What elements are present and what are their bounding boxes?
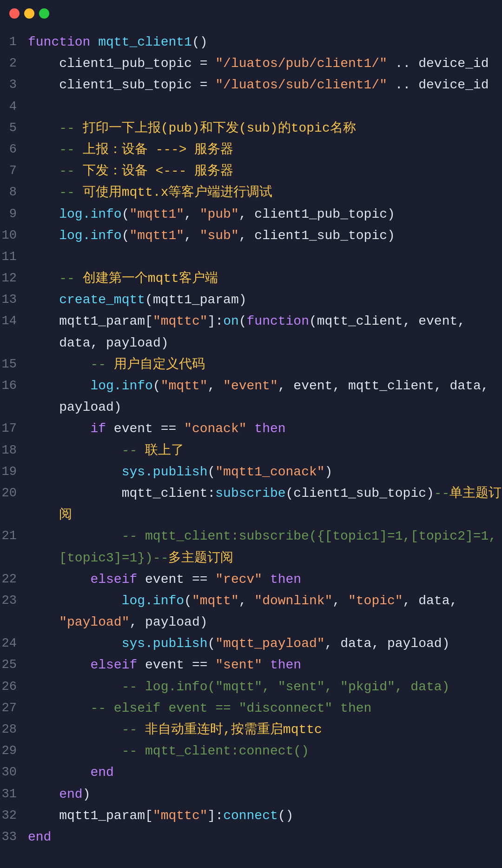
code-container: 1 function mqtt_client1() 2 client1_pub_… <box>0 27 502 867</box>
code-line-17: 17 if event == "conack" then <box>0 418 502 440</box>
code-line-26: 26 -- log.info("mqtt", "sent", "pkgid", … <box>0 676 502 698</box>
code-line-29: 29 -- mqtt_client:connect() <box>0 741 502 762</box>
code-line-15: 15 -- 用户自定义代码 <box>0 354 502 375</box>
code-line-10: 10 log.info("mqtt1", "sub", client1_sub_… <box>0 225 502 247</box>
code-line-8: 8 -- 可使用mqtt.x等客户端进行调试 <box>0 182 502 203</box>
code-line-19: 19 sys.publish("mqtt1_conack") <box>0 461 502 483</box>
code-line-28: 28 -- 非自动重连时,按需重启mqttc <box>0 719 502 741</box>
maximize-btn[interactable] <box>39 8 49 19</box>
code-line-7: 7 -- 下发：设备 <--- 服务器 <box>0 160 502 182</box>
code-line-16: 16 log.info("mqtt", "event", event, mqtt… <box>0 375 502 418</box>
code-line-33: 33 end <box>0 827 502 848</box>
code-line-27: 27 -- elseif event == "disconnect" then <box>0 698 502 719</box>
code-line-12: 12 -- 创建第一个mqtt客户端 <box>0 268 502 289</box>
code-line-32: 32 mqtt1_param["mqttc"]:connect() <box>0 805 502 827</box>
code-line-20: 20 mqtt_client:subscribe(client1_sub_top… <box>0 483 502 526</box>
code-line-18: 18 -- 联上了 <box>0 440 502 461</box>
code-line-11: 11 <box>0 247 502 268</box>
code-line-14: 14 mqtt1_param["mqttc"]:on(function(mqtt… <box>0 311 502 354</box>
code-line-6: 6 -- 上报：设备 ---> 服务器 <box>0 139 502 160</box>
code-line-25: 25 elseif event == "sent" then <box>0 654 502 676</box>
code-line-9: 9 log.info("mqtt1", "pub", client1_pub_t… <box>0 204 502 225</box>
code-line-13: 13 create_mqtt(mqtt1_param) <box>0 289 502 311</box>
code-line-2: 2 client1_pub_topic = "/luatos/pub/clien… <box>0 53 502 74</box>
code-line-24: 24 sys.publish("mqtt_payload", data, pay… <box>0 633 502 654</box>
code-line-4: 4 <box>0 96 502 118</box>
code-line-30: 30 end <box>0 762 502 783</box>
title-bar <box>0 0 502 27</box>
code-line-22: 22 elseif event == "recv" then <box>0 569 502 590</box>
code-line-3: 3 client1_sub_topic = "/luatos/sub/clien… <box>0 74 502 96</box>
minimize-btn[interactable] <box>24 8 34 19</box>
code-line-31: 31 end) <box>0 784 502 805</box>
code-line-21: 21 -- mqtt_client:subscribe({[topic1]=1,… <box>0 526 502 568</box>
close-btn[interactable] <box>9 8 20 19</box>
code-line-5: 5 -- 打印一下上报(pub)和下发(sub)的topic名称 <box>0 118 502 139</box>
code-line-23: 23 log.info("mqtt", "downlink", "topic",… <box>0 590 502 633</box>
code-line-1: 1 function mqtt_client1() <box>0 32 502 53</box>
